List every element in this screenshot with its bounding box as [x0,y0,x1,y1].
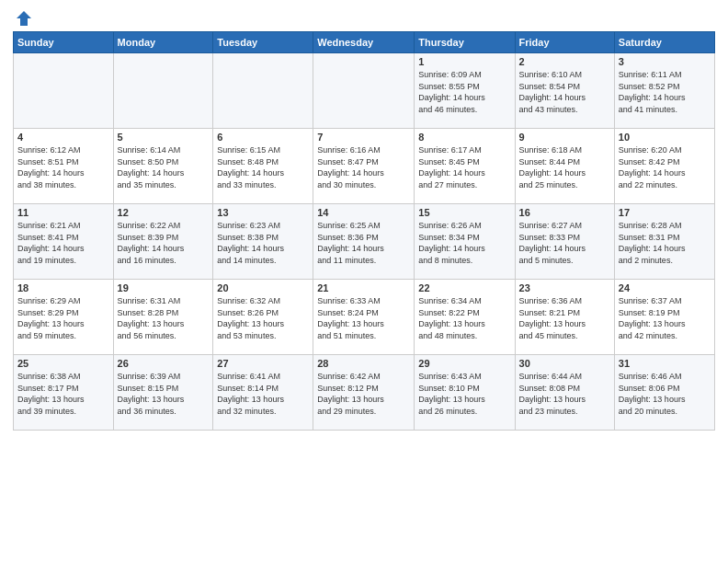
calendar-cell: 23Sunrise: 6:36 AM Sunset: 8:21 PM Dayli… [515,280,614,355]
calendar-cell: 19Sunrise: 6:31 AM Sunset: 8:28 PM Dayli… [113,280,213,355]
day-info: Sunrise: 6:17 AM Sunset: 8:45 PM Dayligh… [418,144,510,190]
day-number: 6 [217,132,309,143]
day-info: Sunrise: 6:10 AM Sunset: 8:54 PM Dayligh… [519,69,610,115]
day-info: Sunrise: 6:46 AM Sunset: 8:06 PM Dayligh… [619,371,711,417]
day-info: Sunrise: 6:21 AM Sunset: 8:41 PM Dayligh… [17,220,109,266]
calendar-cell [313,53,415,129]
calendar-cell: 20Sunrise: 6:32 AM Sunset: 8:26 PM Dayli… [213,280,313,355]
day-number: 4 [17,132,109,143]
day-info: Sunrise: 6:34 AM Sunset: 8:22 PM Dayligh… [418,295,510,341]
day-info: Sunrise: 6:37 AM Sunset: 8:19 PM Dayligh… [619,295,711,341]
calendar-cell: 7Sunrise: 6:16 AM Sunset: 8:47 PM Daylig… [313,129,415,204]
calendar-cell [14,53,114,129]
day-info: Sunrise: 6:31 AM Sunset: 8:28 PM Dayligh… [118,295,210,341]
calendar-cell: 5Sunrise: 6:14 AM Sunset: 8:50 PM Daylig… [113,129,213,204]
svg-marker-0 [17,11,31,26]
day-number: 9 [519,132,610,143]
day-info: Sunrise: 6:39 AM Sunset: 8:15 PM Dayligh… [118,371,210,417]
day-number: 22 [418,282,510,293]
day-info: Sunrise: 6:20 AM Sunset: 8:42 PM Dayligh… [619,144,711,190]
calendar-cell: 2Sunrise: 6:10 AM Sunset: 8:54 PM Daylig… [515,53,614,129]
calendar-header-row: SundayMondayTuesdayWednesdayThursdayFrid… [14,32,715,53]
day-number: 31 [619,358,711,369]
calendar-cell: 29Sunrise: 6:43 AM Sunset: 8:10 PM Dayli… [415,355,515,431]
day-info: Sunrise: 6:25 AM Sunset: 8:36 PM Dayligh… [317,220,410,266]
calendar-week-1: 4Sunrise: 6:12 AM Sunset: 8:51 PM Daylig… [14,129,715,204]
day-number: 27 [217,358,309,369]
day-number: 30 [519,358,610,369]
calendar-cell: 14Sunrise: 6:25 AM Sunset: 8:36 PM Dayli… [313,204,415,280]
calendar-cell: 3Sunrise: 6:11 AM Sunset: 8:52 PM Daylig… [614,53,714,129]
day-info: Sunrise: 6:11 AM Sunset: 8:52 PM Dayligh… [619,69,711,115]
day-info: Sunrise: 6:36 AM Sunset: 8:21 PM Dayligh… [519,295,610,341]
day-number: 18 [17,282,109,293]
day-number: 7 [317,132,410,143]
calendar-cell: 28Sunrise: 6:42 AM Sunset: 8:12 PM Dayli… [313,355,415,431]
day-number: 29 [418,358,510,369]
header-monday: Monday [113,32,213,53]
day-info: Sunrise: 6:18 AM Sunset: 8:44 PM Dayligh… [519,144,610,190]
day-info: Sunrise: 6:28 AM Sunset: 8:31 PM Dayligh… [619,220,711,266]
calendar-cell: 15Sunrise: 6:26 AM Sunset: 8:34 PM Dayli… [415,204,515,280]
day-number: 25 [17,358,109,369]
calendar-cell [113,53,213,129]
day-number: 11 [17,207,109,218]
day-number: 19 [118,282,210,293]
calendar-cell: 17Sunrise: 6:28 AM Sunset: 8:31 PM Dayli… [614,204,714,280]
day-info: Sunrise: 6:41 AM Sunset: 8:14 PM Dayligh… [217,371,309,417]
calendar-cell: 21Sunrise: 6:33 AM Sunset: 8:24 PM Dayli… [313,280,415,355]
day-info: Sunrise: 6:43 AM Sunset: 8:10 PM Dayligh… [418,371,510,417]
calendar-cell: 12Sunrise: 6:22 AM Sunset: 8:39 PM Dayli… [113,204,213,280]
day-number: 20 [217,282,309,293]
day-info: Sunrise: 6:22 AM Sunset: 8:39 PM Dayligh… [118,220,210,266]
day-number: 28 [317,358,410,369]
calendar-cell: 6Sunrise: 6:15 AM Sunset: 8:48 PM Daylig… [213,129,313,204]
calendar-cell: 10Sunrise: 6:20 AM Sunset: 8:42 PM Dayli… [614,129,714,204]
calendar-cell: 9Sunrise: 6:18 AM Sunset: 8:44 PM Daylig… [515,129,614,204]
day-number: 15 [418,207,510,218]
header-friday: Friday [515,32,614,53]
day-number: 10 [619,132,711,143]
calendar-cell: 26Sunrise: 6:39 AM Sunset: 8:15 PM Dayli… [113,355,213,431]
day-info: Sunrise: 6:38 AM Sunset: 8:17 PM Dayligh… [17,371,109,417]
day-number: 2 [519,56,610,67]
day-number: 23 [519,282,610,293]
calendar-cell: 4Sunrise: 6:12 AM Sunset: 8:51 PM Daylig… [14,129,114,204]
header-sunday: Sunday [14,32,114,53]
header-tuesday: Tuesday [213,32,313,53]
header-thursday: Thursday [415,32,515,53]
calendar-cell: 27Sunrise: 6:41 AM Sunset: 8:14 PM Dayli… [213,355,313,431]
page-header [13,9,715,24]
calendar-cell: 8Sunrise: 6:17 AM Sunset: 8:45 PM Daylig… [415,129,515,204]
calendar-week-4: 25Sunrise: 6:38 AM Sunset: 8:17 PM Dayli… [14,355,715,431]
day-number: 24 [619,282,711,293]
calendar-week-0: 1Sunrise: 6:09 AM Sunset: 8:55 PM Daylig… [14,53,715,129]
calendar-week-3: 18Sunrise: 6:29 AM Sunset: 8:29 PM Dayli… [14,280,715,355]
calendar-cell: 22Sunrise: 6:34 AM Sunset: 8:22 PM Dayli… [415,280,515,355]
header-wednesday: Wednesday [313,32,415,53]
calendar-cell: 16Sunrise: 6:27 AM Sunset: 8:33 PM Dayli… [515,204,614,280]
day-info: Sunrise: 6:32 AM Sunset: 8:26 PM Dayligh… [217,295,309,341]
day-number: 3 [619,56,711,67]
day-info: Sunrise: 6:09 AM Sunset: 8:55 PM Dayligh… [418,69,510,115]
day-number: 13 [217,207,309,218]
day-number: 12 [118,207,210,218]
day-info: Sunrise: 6:29 AM Sunset: 8:29 PM Dayligh… [17,295,109,341]
day-info: Sunrise: 6:15 AM Sunset: 8:48 PM Dayligh… [217,144,309,190]
day-number: 21 [317,282,410,293]
calendar-cell: 24Sunrise: 6:37 AM Sunset: 8:19 PM Dayli… [614,280,714,355]
logo-icon [15,9,33,28]
day-info: Sunrise: 6:42 AM Sunset: 8:12 PM Dayligh… [317,371,410,417]
day-info: Sunrise: 6:33 AM Sunset: 8:24 PM Dayligh… [317,295,410,341]
day-number: 8 [418,132,510,143]
day-info: Sunrise: 6:16 AM Sunset: 8:47 PM Dayligh… [317,144,410,190]
day-info: Sunrise: 6:27 AM Sunset: 8:33 PM Dayligh… [519,220,610,266]
day-info: Sunrise: 6:14 AM Sunset: 8:50 PM Dayligh… [118,144,210,190]
day-info: Sunrise: 6:23 AM Sunset: 8:38 PM Dayligh… [217,220,309,266]
calendar-cell: 13Sunrise: 6:23 AM Sunset: 8:38 PM Dayli… [213,204,313,280]
logo [13,9,33,24]
day-number: 5 [118,132,210,143]
calendar-cell: 18Sunrise: 6:29 AM Sunset: 8:29 PM Dayli… [14,280,114,355]
calendar-week-2: 11Sunrise: 6:21 AM Sunset: 8:41 PM Dayli… [14,204,715,280]
header-saturday: Saturday [614,32,714,53]
